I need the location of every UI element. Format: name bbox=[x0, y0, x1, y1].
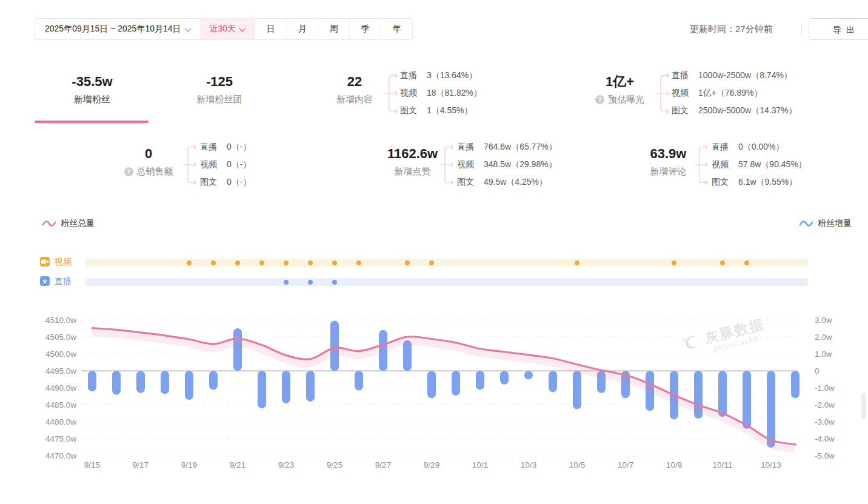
fans-delta-bar[interactable] bbox=[209, 371, 218, 390]
wave-icon bbox=[800, 220, 813, 227]
breakdown-row: 视频0（-） bbox=[200, 156, 251, 173]
new-fanclub-label: 新增粉丝团 bbox=[162, 93, 277, 105]
breakdown-connector bbox=[656, 67, 672, 120]
x-axis-label: 9/17 bbox=[133, 460, 149, 469]
fans-delta-bar[interactable] bbox=[452, 371, 460, 396]
video-post-dot[interactable] bbox=[284, 260, 289, 265]
video-post-dot[interactable] bbox=[429, 260, 434, 265]
fans-delta-bar[interactable] bbox=[355, 371, 363, 390]
quick-range-30d[interactable]: 近30天 bbox=[200, 19, 255, 39]
right-axis-label: -2.0w bbox=[815, 400, 835, 409]
video-post-dot[interactable] bbox=[211, 260, 216, 265]
breakdown-row: 图文2500w-5000w（14.37%） bbox=[672, 102, 797, 119]
fans-delta-bar[interactable] bbox=[476, 371, 484, 390]
live-session-dot[interactable] bbox=[332, 280, 337, 285]
fans-delta-bar[interactable] bbox=[185, 371, 193, 400]
breakdown-row: 图文6.1w（9.55%） bbox=[712, 173, 807, 191]
export-button[interactable]: 导出 bbox=[809, 18, 868, 40]
fans-delta-bar[interactable] bbox=[136, 371, 145, 393]
video-post-dot[interactable] bbox=[235, 260, 240, 265]
date-range-picker[interactable]: 2025年09月15日 ~ 2025年10月14日 bbox=[35, 19, 200, 39]
scrollbar-thumb[interactable] bbox=[861, 393, 866, 419]
left-axis-label: 4510.0w bbox=[45, 316, 76, 325]
fans-delta-bar[interactable] bbox=[767, 371, 775, 447]
breakdown-row: 图文49.5w（4.25%） bbox=[457, 173, 557, 191]
fans-delta-bar[interactable] bbox=[282, 371, 290, 403]
legend-fans-total[interactable]: 粉丝总量 bbox=[42, 218, 95, 229]
video-track-bar bbox=[85, 259, 809, 267]
breakdown-row: 视频57.8w（90.45%） bbox=[712, 156, 807, 173]
fans-delta-bar[interactable] bbox=[718, 371, 727, 417]
live-session-dot[interactable] bbox=[284, 280, 289, 285]
x-axis-label: 9/27 bbox=[375, 460, 391, 469]
tab-week[interactable]: 周 bbox=[318, 19, 349, 39]
legend-fans-delta-label: 粉丝增量 bbox=[818, 218, 852, 229]
question-icon[interactable]: ? bbox=[595, 95, 604, 104]
fans-delta-bar[interactable] bbox=[330, 320, 339, 371]
left-axis-label: 4500.0w bbox=[45, 350, 76, 359]
fans-delta-bar[interactable] bbox=[549, 371, 557, 392]
breakdown-row: 图文1（4.55%） bbox=[400, 102, 482, 119]
new-comments-breakdown: 直播0（0.00%） 视频57.8w（90.45%） 图文6.1w（9.55%） bbox=[712, 138, 807, 191]
tab-quarter[interactable]: 季 bbox=[349, 19, 381, 39]
video-post-dot[interactable] bbox=[405, 260, 410, 265]
chevron-down-icon bbox=[239, 25, 245, 31]
card-new-fanclub[interactable]: -125 新增粉丝团 bbox=[162, 75, 277, 105]
video-post-dot[interactable] bbox=[720, 260, 725, 265]
legend-fans-delta[interactable]: 粉丝增量 bbox=[800, 218, 852, 229]
x-axis-label: 9/23 bbox=[278, 460, 294, 469]
tab-month[interactable]: 月 bbox=[286, 19, 318, 39]
right-axis-label: -1.0w bbox=[815, 383, 835, 393]
x-axis-label: 9/19 bbox=[181, 460, 197, 469]
right-axis-label: 1.0w bbox=[815, 350, 832, 359]
question-icon[interactable]: ? bbox=[124, 167, 133, 176]
live-session-dot[interactable] bbox=[308, 280, 313, 285]
video-post-dot[interactable] bbox=[356, 260, 361, 265]
x-axis-label: 9/15 bbox=[84, 460, 100, 469]
date-range-control: 2025年09月15日 ~ 2025年10月14日 近30天 日 月 周 季 年 bbox=[35, 18, 413, 40]
fans-delta-bar[interactable] bbox=[233, 328, 242, 371]
live-track-label: 直播 bbox=[55, 276, 72, 286]
date-range-text: 2025年09月15日 ~ 2025年10月14日 bbox=[45, 24, 181, 35]
tab-year[interactable]: 年 bbox=[381, 19, 412, 39]
fans-delta-bar[interactable] bbox=[306, 371, 315, 402]
x-axis-label: 9/21 bbox=[230, 460, 245, 469]
fans-delta-bar[interactable] bbox=[427, 371, 436, 398]
video-post-dot[interactable] bbox=[332, 260, 337, 265]
est-exposure-breakdown: 直播1000w-2500w（8.74%） 视频1亿+（76.89%） 图文250… bbox=[672, 67, 797, 119]
fans-delta-bar[interactable] bbox=[88, 371, 96, 391]
live-icon bbox=[40, 276, 50, 286]
fans-delta-bar[interactable] bbox=[524, 371, 533, 379]
left-axis-label: 4475.0w bbox=[45, 434, 76, 443]
video-post-dot[interactable] bbox=[187, 260, 192, 265]
fans-delta-bar[interactable] bbox=[573, 371, 581, 409]
tab-day[interactable]: 日 bbox=[255, 19, 286, 39]
new-content-breakdown: 直播3（13.64%） 视频18（81.82%） 图文1（4.55%） bbox=[400, 67, 482, 119]
chevron-down-icon bbox=[184, 25, 191, 31]
breakdown-row: 直播0（0.00%） bbox=[712, 138, 807, 156]
video-track-label: 视频 bbox=[55, 257, 72, 267]
fans-delta-bar[interactable] bbox=[258, 371, 266, 408]
new-fans-label: 新增粉丝 bbox=[35, 93, 150, 105]
video-post-dot[interactable] bbox=[575, 260, 579, 265]
x-axis-label: 9/29 bbox=[424, 460, 439, 469]
fans-delta-bar[interactable] bbox=[743, 371, 751, 429]
fans-delta-bar[interactable] bbox=[791, 371, 800, 398]
fans-delta-bar[interactable] bbox=[112, 371, 121, 394]
fans-delta-bar[interactable] bbox=[500, 371, 509, 384]
card-new-fans[interactable]: -35.5w 新增粉丝 bbox=[35, 75, 150, 105]
total-sales-label: 总销售额 bbox=[137, 165, 173, 177]
x-axis-label: 10/9 bbox=[666, 460, 682, 469]
left-axis-label: 4485.0w bbox=[45, 400, 76, 409]
video-post-dot[interactable] bbox=[672, 260, 676, 265]
breakdown-row: 图文0（-） bbox=[200, 173, 251, 191]
wave-icon bbox=[42, 220, 56, 227]
est-exposure-label: 预估曝光 bbox=[608, 93, 644, 105]
video-post-dot[interactable] bbox=[259, 260, 264, 265]
right-axis-label: -3.0w bbox=[815, 417, 835, 426]
video-post-dot[interactable] bbox=[308, 260, 313, 265]
fans-delta-bar[interactable] bbox=[161, 371, 169, 394]
x-axis-label: 10/1 bbox=[472, 460, 488, 469]
video-post-dot[interactable] bbox=[744, 260, 749, 265]
new-likes-breakdown: 直播764.6w（65.77%） 视频348.5w（29.98%） 图文49.5… bbox=[457, 138, 557, 191]
